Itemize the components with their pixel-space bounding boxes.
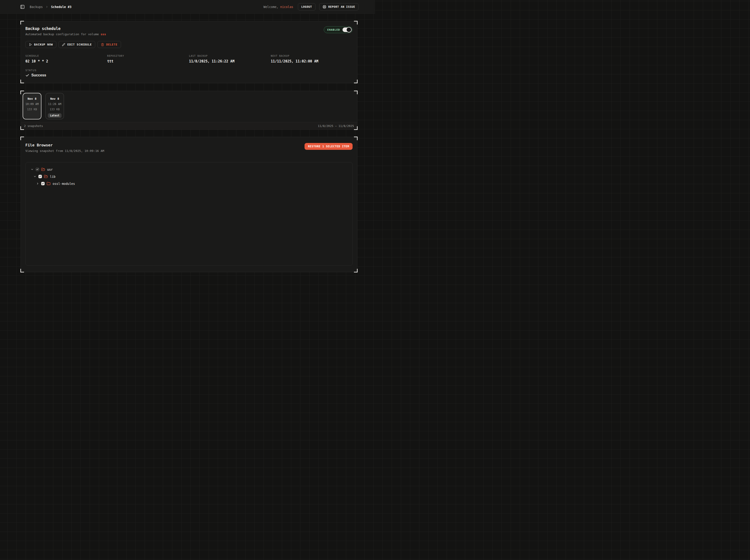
chevron-right-icon[interactable] <box>36 182 39 185</box>
top-bar: Backups Schedule #3 Welcome, nicolas LOG… <box>0 0 375 14</box>
file-browser-card: File Browser Viewing snapshot from 11/8/… <box>21 137 357 272</box>
corner-bracket <box>20 137 24 140</box>
file-browser-title: File Browser <box>25 143 104 147</box>
field-schedule: SCHEDULE 02 10 * * 2 <box>25 55 107 63</box>
status-block: STATUS Success <box>25 69 353 77</box>
checkbox-usr[interactable] <box>36 168 39 171</box>
corner-bracket <box>20 269 24 273</box>
corner-bracket <box>354 21 358 24</box>
check-icon <box>25 74 29 77</box>
corner-bracket <box>354 80 358 83</box>
chevron-down-icon[interactable] <box>34 175 36 178</box>
breadcrumb-current: Schedule #3 <box>51 5 72 9</box>
breadcrumb-backups[interactable]: Backups <box>30 5 43 9</box>
card-title: Backup schedule <box>25 26 106 31</box>
corner-bracket <box>354 126 358 130</box>
status-label: STATUS <box>25 69 353 72</box>
file-browser-subtitle: Viewing snapshot from 11/8/2025, 10:09:1… <box>25 149 104 153</box>
toggle-knob <box>346 27 352 33</box>
breadcrumb: Backups Schedule #3 <box>30 5 72 9</box>
tree-row-lib[interactable]: lib <box>28 173 350 180</box>
tree-row-ossl-modules[interactable]: ossl-modules <box>28 180 350 187</box>
sidebar-toggle-button[interactable] <box>20 4 25 9</box>
backup-now-button[interactable]: BACKUP NOW <box>25 41 56 48</box>
corner-bracket <box>354 137 358 140</box>
lifebuoy-icon <box>322 5 326 9</box>
edit-schedule-button[interactable]: EDIT SCHEDULE <box>59 41 95 48</box>
field-next-backup: NEXT BACKUP 11/11/2025, 11:02:00 AM <box>271 55 353 63</box>
card-subtitle: Automated backup configuration for volum… <box>25 33 106 36</box>
folder-closed-icon <box>47 182 51 185</box>
field-last-backup: LAST BACKUP 11/8/2025, 11:26:22 AM <box>189 55 271 63</box>
corner-bracket <box>354 269 358 273</box>
status-value: Success <box>31 73 46 77</box>
main-content: Backup schedule Automated backup configu… <box>0 14 375 272</box>
folder-open-icon <box>44 175 48 178</box>
checkbox-lib[interactable] <box>38 175 42 178</box>
snapshot-count: 2 snapshots <box>24 124 43 128</box>
corner-bracket <box>20 21 24 24</box>
backup-schedule-card: Backup schedule Automated backup configu… <box>21 21 357 83</box>
corner-bracket <box>20 91 24 94</box>
field-repository: REPOSITORY ttt <box>107 55 189 63</box>
snapshots-footer: 2 snapshots 11/8/2025 – 11/8/2025 <box>21 122 357 129</box>
file-tree: usr lib <box>25 162 353 265</box>
report-issue-button[interactable]: REPORT AN ISSUE <box>319 3 358 11</box>
latest-badge: Latest <box>48 113 62 118</box>
snapshot-strip: Nov 8 10:09 AM 133 KB Nov 8 11:26 AM 133… <box>21 91 357 119</box>
corner-bracket <box>20 126 24 130</box>
snapshots-card: Nov 8 10:09 AM 133 KB Nov 8 11:26 AM 133… <box>21 91 357 130</box>
checkbox-ossl-modules[interactable] <box>41 182 45 185</box>
chevron-right-icon <box>45 5 48 8</box>
enabled-label: ENABLED <box>328 28 340 31</box>
play-icon <box>29 43 32 46</box>
snapshot-date-range: 11/8/2025 – 11/8/2025 <box>318 124 354 128</box>
pencil-icon <box>62 43 65 46</box>
panel-left-icon <box>20 4 25 9</box>
toggle-track[interactable] <box>342 27 351 32</box>
delete-button[interactable]: DELETE <box>97 41 121 48</box>
enabled-toggle[interactable]: ENABLED <box>324 26 353 33</box>
snapshot-tile[interactable]: Nov 8 11:26 AM 133 KB Latest <box>45 93 64 119</box>
corner-bracket <box>20 80 24 83</box>
volume-name: sss <box>101 33 106 36</box>
schedule-fields: SCHEDULE 02 10 * * 2 REPOSITORY ttt LAST… <box>25 55 353 63</box>
trash-icon <box>101 43 104 46</box>
corner-bracket <box>354 91 358 94</box>
tree-row-usr[interactable]: usr <box>28 166 350 173</box>
snapshot-tile-selected[interactable]: Nov 8 10:09 AM 133 KB <box>23 93 41 119</box>
username: nicolas <box>280 5 293 9</box>
logout-button[interactable]: LOGOUT <box>298 3 316 11</box>
welcome-text: Welcome, nicolas <box>263 5 293 9</box>
folder-open-icon <box>41 167 45 171</box>
restore-button[interactable]: RESTORE 1 SELECTED ITEM <box>304 143 353 150</box>
chevron-down-icon[interactable] <box>31 168 34 171</box>
